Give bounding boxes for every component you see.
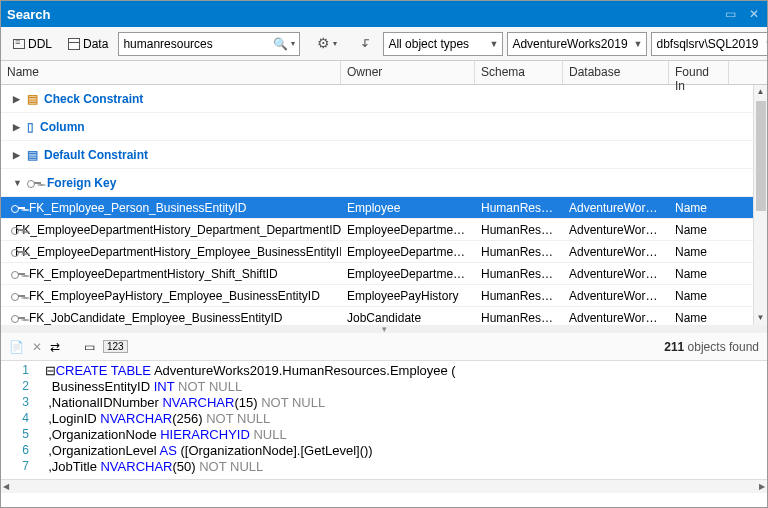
cell-schema: HumanResources: [475, 311, 563, 325]
gear-icon: [318, 38, 330, 50]
line-number: 2: [1, 379, 41, 395]
col-header-owner[interactable]: Owner: [341, 61, 475, 84]
table-row[interactable]: FK_EmployeeDepartmentHistory_Shift_Shift…: [1, 263, 767, 285]
scroll-right-icon[interactable]: ▶: [759, 482, 765, 491]
cell-name: FK_Employee_Person_BusinessEntityID: [29, 201, 246, 215]
col-header-name[interactable]: Name: [1, 61, 341, 84]
search-input[interactable]: [123, 37, 273, 51]
server-dropdown[interactable]: dbfsqlsrv\SQL2019 ▼: [651, 32, 768, 56]
cell-db: AdventureWorks2019: [563, 311, 669, 325]
ddl-toggle[interactable]: DDL: [7, 33, 58, 55]
toolbar: DDL Data 🔍 ▾ ▾ All object types ▼ Advent…: [1, 27, 767, 61]
search-box[interactable]: 🔍 ▾: [118, 32, 300, 56]
group-check-constraint[interactable]: ▶ ▤ Check Constraint: [1, 85, 767, 113]
ddl-icon: [13, 38, 25, 50]
code-line: ,JobTitle NVARCHAR(50) NOT NULL: [41, 459, 767, 475]
data-label: Data: [83, 37, 108, 51]
cell-db: AdventureWorks2019: [563, 245, 669, 259]
line-number: 3: [1, 395, 41, 411]
group-label: Check Constraint: [44, 92, 143, 106]
cell-schema: HumanResources: [475, 267, 563, 281]
cell-owner: EmployeeDepartmentHistory: [341, 245, 475, 259]
database-dropdown[interactable]: AdventureWorks2019 ▼: [507, 32, 647, 56]
key-icon: [11, 204, 25, 212]
key-icon: [11, 270, 25, 278]
chevron-down-icon: ▼: [13, 178, 21, 188]
bottom-toolbar: 📄 ✕ ⇄ ▭ 123 211 objects found: [1, 333, 767, 361]
scroll-down-icon[interactable]: ▼: [754, 311, 767, 325]
key-icon: [11, 314, 25, 322]
search-caret[interactable]: ▾: [291, 39, 295, 48]
cell-name: FK_EmployeeDepartmentHistory_Department_…: [15, 223, 341, 237]
table-row[interactable]: FK_JobCandidate_Employee_BusinessEntityI…: [1, 307, 767, 325]
cell-schema: HumanResources: [475, 223, 563, 237]
group-label: Default Constraint: [44, 148, 148, 162]
script-icon[interactable]: ▭: [84, 340, 95, 354]
code-line: ,LoginID NVARCHAR(256) NOT NULL: [41, 411, 767, 427]
line-number: 5: [1, 427, 41, 443]
code-line: BusinessEntityID INT NOT NULL: [41, 379, 767, 395]
copy-icon[interactable]: 📄: [9, 340, 24, 354]
database-label: AdventureWorks2019: [512, 37, 627, 51]
vertical-scrollbar[interactable]: ▲ ▼: [753, 85, 767, 325]
close-icon[interactable]: ✕: [747, 7, 761, 21]
group-label: Column: [40, 120, 85, 134]
indent-icon[interactable]: ⇄: [50, 340, 60, 354]
cell-found: Name: [669, 311, 729, 325]
object-type-dropdown[interactable]: All object types ▼: [383, 32, 503, 56]
code-line: ⊟CREATE TABLE AdventureWorks2019.HumanRe…: [41, 363, 767, 379]
title-bar: Search ▭ ✕: [1, 1, 767, 27]
ddl-label: DDL: [28, 37, 52, 51]
cell-found: Name: [669, 245, 729, 259]
group-foreign-key[interactable]: ▼ Foreign Key: [1, 169, 767, 197]
table-row[interactable]: FK_EmployeeDepartmentHistory_Employee_Bu…: [1, 241, 767, 263]
cell-schema: HumanResources: [475, 201, 563, 215]
results-tree: ▶ ▤ Check Constraint ▶ ▯ Column ▶ ▤ Defa…: [1, 85, 767, 325]
col-header-found[interactable]: Found In: [669, 61, 729, 84]
settings-button[interactable]: ▾: [312, 34, 343, 54]
object-type-label: All object types: [388, 37, 483, 51]
table-row[interactable]: FK_EmployeePayHistory_Employee_BusinessE…: [1, 285, 767, 307]
scroll-left-icon[interactable]: ◀: [3, 482, 9, 491]
chevron-right-icon: ▶: [13, 150, 21, 160]
search-icon[interactable]: 🔍: [273, 37, 288, 51]
cell-found: Name: [669, 201, 729, 215]
table-row[interactable]: FK_EmployeeDepartmentHistory_Department_…: [1, 219, 767, 241]
data-toggle[interactable]: Data: [62, 33, 114, 55]
col-header-schema[interactable]: Schema: [475, 61, 563, 84]
chevron-right-icon: ▶: [13, 94, 21, 104]
cell-owner: EmployeeDepartmentHistory: [341, 267, 475, 281]
cell-db: AdventureWorks2019: [563, 201, 669, 215]
cell-owner: EmployeePayHistory: [341, 289, 475, 303]
line-number: 4: [1, 411, 41, 427]
group-column[interactable]: ▶ ▯ Column: [1, 113, 767, 141]
chevron-down-icon: ▼: [634, 39, 643, 49]
column-header-row: Name Owner Schema Database Found In: [1, 61, 767, 85]
horizontal-scrollbar[interactable]: ◀ ▶: [1, 479, 767, 493]
cell-found: Name: [669, 289, 729, 303]
minimize-icon[interactable]: ▭: [723, 7, 737, 21]
code-line: ,NationalIDNumber NVARCHAR(15) NOT NULL: [41, 395, 767, 411]
cell-name: FK_JobCandidate_Employee_BusinessEntityI…: [29, 311, 282, 325]
jump-icon: [361, 38, 373, 50]
grid-icon[interactable]: 123: [103, 340, 128, 353]
group-label: Foreign Key: [47, 176, 116, 190]
group-default-constraint[interactable]: ▶ ▤ Default Constraint: [1, 141, 767, 169]
scroll-thumb[interactable]: [756, 101, 766, 211]
chevron-down-icon: ▼: [489, 39, 498, 49]
cell-name: FK_EmployeeDepartmentHistory_Employee_Bu…: [15, 245, 341, 259]
cell-name: FK_EmployeeDepartmentHistory_Shift_Shift…: [29, 267, 278, 281]
splitter[interactable]: ▾: [1, 325, 767, 333]
cell-name: FK_EmployeePayHistory_Employee_BusinessE…: [29, 289, 320, 303]
server-label: dbfsqlsrv\SQL2019: [656, 37, 758, 51]
col-header-database[interactable]: Database: [563, 61, 669, 84]
stop-button[interactable]: [355, 34, 379, 54]
cell-schema: HumanResources: [475, 289, 563, 303]
table-row[interactable]: FK_Employee_Person_BusinessEntityID Empl…: [1, 197, 767, 219]
result-count: 211 objects found: [664, 340, 759, 354]
cell-db: AdventureWorks2019: [563, 267, 669, 281]
scroll-up-icon[interactable]: ▲: [754, 85, 767, 99]
line-number: 7: [1, 459, 41, 475]
delete-icon[interactable]: ✕: [32, 340, 42, 354]
key-icon: [11, 292, 25, 300]
